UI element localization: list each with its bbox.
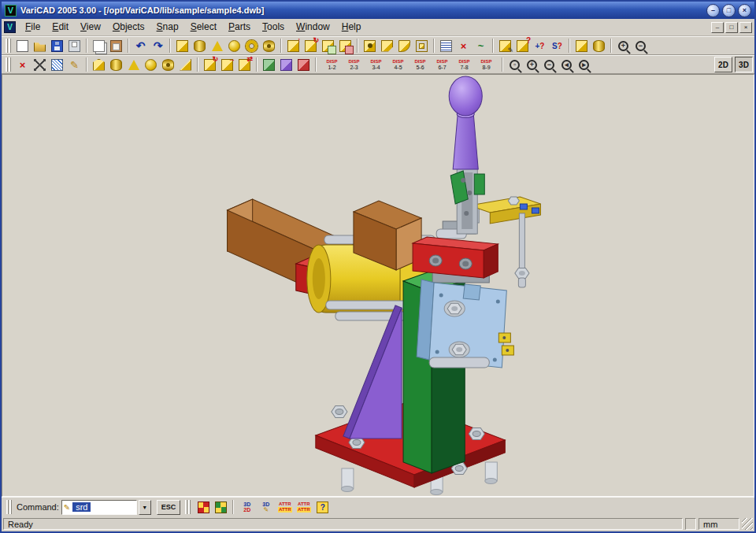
model-side-plate[interactable]	[417, 270, 513, 368]
sphere-solid-2-button[interactable]	[143, 57, 159, 72]
disp-7-8-button[interactable]: DISP7-8	[454, 57, 475, 73]
fillet-button[interactable]	[396, 38, 413, 54]
solid-list-button[interactable]	[438, 38, 454, 54]
disp-6-7-button[interactable]: DISP6-7	[432, 57, 453, 73]
wedge-solid-button[interactable]	[177, 57, 194, 72]
shell-button[interactable]	[413, 38, 430, 54]
grid-yellow-button[interactable]	[213, 499, 229, 515]
revolve-button[interactable]	[302, 38, 319, 54]
toolbar-grip[interactable]	[6, 39, 11, 53]
menu-item-snap[interactable]: Snap	[151, 20, 184, 35]
copy-button[interactable]	[91, 38, 107, 54]
cone-solid-2-button[interactable]	[125, 57, 142, 72]
attr-edit-button[interactable]: ATTRATTR	[295, 499, 312, 515]
menu-item-parts[interactable]: Parts	[223, 20, 256, 35]
print-button[interactable]	[66, 38, 83, 54]
menu-item-objects[interactable]: Objects	[107, 20, 150, 35]
help-book-button[interactable]	[314, 499, 331, 515]
boolean-union-button[interactable]	[320, 38, 336, 54]
solid-question-button[interactable]	[514, 38, 531, 54]
view-3d-button[interactable]: 3D	[735, 57, 753, 72]
open-button[interactable]	[32, 38, 48, 54]
disp-3-4-button[interactable]: DISP3-4	[365, 57, 387, 73]
cone-solid-button[interactable]	[209, 38, 225, 54]
command-dropdown-button[interactable]: ▼	[139, 500, 151, 515]
zoom-window-button[interactable]	[506, 57, 523, 72]
grid-red-button[interactable]	[195, 499, 212, 515]
box-solid-button[interactable]	[174, 38, 191, 54]
delete-red-button[interactable]	[14, 57, 31, 72]
menu-item-help[interactable]: Help	[336, 20, 367, 35]
part-insert-button[interactable]	[261, 57, 277, 72]
trim-edge-button[interactable]	[32, 57, 48, 72]
esc-button[interactable]: ESC	[157, 500, 181, 515]
move-solid-button[interactable]	[219, 57, 235, 72]
undo-button[interactable]	[132, 38, 149, 54]
menu-item-tools[interactable]: Tools	[257, 20, 290, 35]
model-top-block[interactable]	[413, 221, 498, 278]
insert-box-button[interactable]	[573, 38, 590, 54]
zoom-plus-2-button[interactable]	[524, 57, 540, 72]
view-2d-button[interactable]: 2D	[714, 57, 732, 72]
part-lib-button[interactable]	[278, 57, 295, 72]
resize-grip[interactable]	[742, 518, 753, 530]
toolbar-grip[interactable]	[6, 500, 12, 514]
close-button[interactable]: ×	[738, 4, 751, 17]
mirror-solid-button[interactable]	[236, 57, 253, 72]
toolbar-grip[interactable]	[185, 500, 191, 514]
attr-question-button[interactable]	[549, 38, 565, 54]
paste-button[interactable]	[108, 38, 124, 54]
extrude-button[interactable]	[285, 38, 302, 54]
minimize-button[interactable]: –	[706, 4, 720, 17]
mdi-minimize-button[interactable]: –	[711, 22, 724, 33]
hatch-tool-button[interactable]	[49, 57, 65, 72]
model-handle[interactable]	[449, 76, 482, 169]
rotate-solid-button[interactable]	[202, 57, 218, 72]
assembly-tool-button[interactable]	[295, 57, 312, 72]
red-cross-button[interactable]	[455, 38, 472, 54]
sphere-solid-button[interactable]	[226, 38, 243, 54]
cylinder-solid-button[interactable]	[191, 38, 208, 54]
drawing-canvas[interactable]	[2, 74, 754, 497]
maximize-button[interactable]: □	[722, 4, 736, 17]
mdi-close-button[interactable]: ×	[739, 22, 752, 33]
menu-item-view[interactable]: View	[75, 20, 106, 35]
model-gusset[interactable]	[343, 305, 402, 439]
edit-3d-button[interactable]: 3D✎	[258, 499, 274, 515]
zoom-minus-2-button[interactable]	[541, 57, 558, 72]
disp-2-3-button[interactable]: DISP2-3	[343, 57, 365, 73]
tube-solid-button[interactable]	[160, 57, 176, 72]
hole-button[interactable]	[361, 38, 378, 54]
model-viewport[interactable]	[2, 75, 754, 496]
mdi-restore-button[interactable]: □	[725, 22, 738, 33]
zoom-pan-left-button[interactable]	[558, 57, 575, 72]
redo-button[interactable]	[150, 38, 166, 54]
view-3d-2d-button[interactable]: 3D2D	[239, 499, 255, 515]
disp-1-2-button[interactable]: DISP1-2	[321, 57, 343, 73]
chamfer-button[interactable]	[379, 38, 395, 54]
menu-item-select[interactable]: Select	[185, 20, 222, 35]
zoom-minus-button[interactable]	[632, 38, 649, 54]
pencil-edit-button[interactable]	[66, 57, 83, 72]
titlebar[interactable]: V VariCAD 2005 3.00 - [/opt/VariCAD/lib/…	[2, 2, 754, 19]
disp-4-5-button[interactable]: DISP4-5	[387, 57, 409, 73]
insert-cyl-button[interactable]	[591, 38, 607, 54]
path-tool-button[interactable]	[472, 38, 489, 54]
new-doc-button[interactable]	[14, 38, 31, 54]
zoom-plus-button[interactable]	[615, 38, 632, 54]
menu-item-window[interactable]: Window	[291, 20, 335, 35]
cylinder-solid-2-button[interactable]	[108, 57, 124, 72]
menu-item-file[interactable]: File	[20, 20, 46, 35]
torus-solid-button[interactable]	[243, 38, 260, 54]
box-edit-button[interactable]	[497, 38, 513, 54]
disp-5-6-button[interactable]: DISP5-6	[410, 57, 431, 73]
axis-question-button[interactable]	[532, 38, 548, 54]
pipe-solid-button[interactable]	[261, 38, 277, 54]
prism-solid-button[interactable]	[91, 57, 107, 72]
attr-copy-button[interactable]: ATTRATTR	[276, 499, 293, 515]
menu-item-edit[interactable]: Edit	[46, 20, 74, 35]
toolbar-grip[interactable]	[6, 57, 11, 72]
command-input[interactable]: ✎ srd	[61, 500, 137, 515]
zoom-pan-right-button[interactable]	[576, 57, 592, 72]
disp-8-9-button[interactable]: DISP8-9	[476, 57, 497, 73]
